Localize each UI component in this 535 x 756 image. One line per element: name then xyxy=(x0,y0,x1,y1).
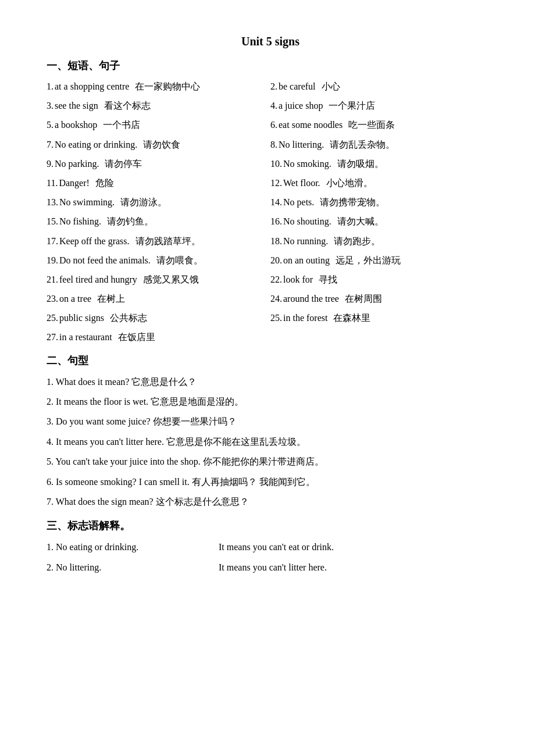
vocab-english: No littering. xyxy=(279,137,324,152)
sign-list: 1.No eating or drinking.It means you can… xyxy=(47,539,494,576)
sentence-chinese: 有人再抽烟吗？ 我能闻到它。 xyxy=(192,477,315,487)
vocab-num: 1. xyxy=(47,79,54,94)
vocab-row: 21. feel tired and hungry 感觉又累又饿22. look… xyxy=(47,272,494,287)
vocab-chinese: 请勿跑步。 xyxy=(334,233,380,249)
sentence-item: 7. What does the sign mean? 这个标志是什么意思？ xyxy=(47,493,494,511)
section1-header: 一、短语、句子 xyxy=(47,59,494,73)
vocab-item-left: 15. No fishing. 请勿钓鱼。 xyxy=(47,213,270,229)
vocab-chinese: 远足，外出游玩 xyxy=(336,252,401,268)
vocab-num: 7. xyxy=(47,137,54,152)
vocab-row: 9. No parking. 请勿停车10. No smoking. 请勿吸烟。 xyxy=(47,156,494,172)
vocab-english: Keep off the grass. xyxy=(59,233,130,249)
vocab-num: 3. xyxy=(47,98,54,113)
vocab-english: No shouting. xyxy=(283,213,331,229)
vocab-chinese: 请勿携带宠物。 xyxy=(320,194,385,210)
vocab-item-right: 18. No running. 请勿跑步。 xyxy=(270,233,494,249)
vocab-english: in the forest xyxy=(283,310,327,326)
sentence-num: 7. xyxy=(47,497,56,507)
sign-num: 2. xyxy=(47,559,54,576)
vocab-item-right: 16. No shouting. 请勿大喊。 xyxy=(270,213,494,229)
vocab-num: 4. xyxy=(270,98,277,113)
vocab-num: 23. xyxy=(47,291,58,306)
vocab-item-right: 24. around the tree 在树周围 xyxy=(270,291,494,306)
vocab-english: No smoking. xyxy=(283,156,331,172)
sentence-num: 1. xyxy=(47,377,56,387)
vocab-num: 20. xyxy=(270,252,282,268)
sentence-list: 1. What does it mean? 它意思是什么？2. It means… xyxy=(47,373,494,511)
vocab-item-left: 1. at a shopping centre 在一家购物中心 xyxy=(47,79,270,94)
vocab-chinese: 在一家购物中心 xyxy=(135,79,200,94)
vocab-english: No parking. xyxy=(55,156,99,172)
sign-english: No eating or drinking. xyxy=(56,539,219,556)
vocab-english: No swimming. xyxy=(59,194,115,210)
sentence-item: 3. Do you want some juice? 你想要一些果汁吗？ xyxy=(47,413,494,430)
vocab-english: No eating or drinking. xyxy=(55,137,137,152)
page-title: Unit 5 signs xyxy=(47,35,494,48)
vocab-num: 12. xyxy=(270,175,282,191)
vocab-chinese: 吃一些面条 xyxy=(348,117,395,133)
sentence-chinese: 这个标志是什么意思？ xyxy=(156,497,249,507)
vocab-num: 13. xyxy=(47,194,58,210)
sentence-chinese: 你想要一些果汁吗？ xyxy=(153,416,237,426)
vocab-chinese: 请勿游泳。 xyxy=(120,194,167,210)
vocab-chinese: 寻找 xyxy=(319,272,337,287)
vocab-english: a bookshop xyxy=(55,117,97,133)
vocab-english: public signs xyxy=(59,310,104,326)
vocab-item-left: 25. public signs 公共标志 xyxy=(47,310,270,326)
vocab-chinese: 小心地滑。 xyxy=(326,175,373,191)
vocab-num: 16. xyxy=(270,213,282,229)
vocab-num: 9. xyxy=(47,156,54,172)
vocab-row: 15. No fishing. 请勿钓鱼。16. No shouting. 请勿… xyxy=(47,213,494,229)
vocab-item-left: 7. No eating or drinking. 请勿饮食 xyxy=(47,137,270,152)
sentence-num: 5. xyxy=(47,457,55,466)
vocab-num: 2. xyxy=(270,79,277,94)
vocab-num: 24. xyxy=(270,291,282,306)
vocab-item-left: 23. on a tree 在树上 xyxy=(47,291,270,306)
vocab-chinese: 危险 xyxy=(95,175,114,191)
vocab-item-left: 13. No swimming. 请勿游泳。 xyxy=(47,194,270,210)
vocab-item-left: 19. Do not feed the animals. 请勿喂食。 xyxy=(47,252,270,268)
vocab-chinese: 在森林里 xyxy=(333,310,370,326)
vocab-item-right: 25. in the forest 在森林里 xyxy=(270,310,494,326)
vocab-item-left: 3. see the sign 看这个标志 xyxy=(47,98,270,113)
sentence-item: 5. You can't take your juice into the sh… xyxy=(47,453,494,470)
vocab-item-left: 5. a bookshop 一个书店 xyxy=(47,117,270,133)
sentence-english: What does it mean? xyxy=(56,377,132,387)
vocab-english: in a restaurant xyxy=(59,329,112,345)
vocab-item-left: 9. No parking. 请勿停车 xyxy=(47,156,270,172)
vocab-num: 8. xyxy=(270,137,277,152)
vocab-row: 7. No eating or drinking. 请勿饮食8. No litt… xyxy=(47,137,494,152)
vocab-english: look for xyxy=(283,272,313,287)
sentence-english: Is someone smoking? I can smell it. xyxy=(56,477,192,487)
vocab-item-right: 10. No smoking. 请勿吸烟。 xyxy=(270,156,494,172)
vocab-item-left: 17. Keep off the grass. 请勿践踏草坪。 xyxy=(47,233,270,249)
vocab-chinese: 一个果汁店 xyxy=(329,98,375,113)
vocab-item-right: 4. a juice shop 一个果汁店 xyxy=(270,98,494,113)
vocab-item-right: 2. be careful 小心 xyxy=(270,79,494,94)
vocab-chinese: 小心 xyxy=(322,79,340,94)
vocab-item-left: 11. Danger! 危险 xyxy=(47,175,270,191)
vocab-item-right: 12. Wet floor. 小心地滑。 xyxy=(270,175,494,191)
vocab-chinese: 请勿喂食。 xyxy=(156,252,203,268)
vocab-english: No pets. xyxy=(283,194,314,210)
vocab-item-left: 27. in a restaurant 在饭店里 xyxy=(47,329,494,345)
vocab-chinese: 请勿钓鱼。 xyxy=(107,213,154,229)
sentence-chinese: 它意思是什么？ xyxy=(131,377,197,387)
vocab-grid: 1. at a shopping centre 在一家购物中心2. be car… xyxy=(47,79,494,345)
vocab-num: 11. xyxy=(47,175,58,191)
sentence-chinese: 它意思是你不能在这里乱丢垃圾。 xyxy=(166,437,306,447)
vocab-chinese: 公共标志 xyxy=(110,310,147,326)
sentence-english: You can't take your juice into the shop. xyxy=(55,457,202,466)
vocab-row: 11. Danger! 危险12. Wet floor. 小心地滑。 xyxy=(47,175,494,191)
sentence-item: 4. It means you can't litter here. 它意思是你… xyxy=(47,433,494,451)
vocab-num: 25. xyxy=(270,310,282,326)
vocab-chinese: 在饭店里 xyxy=(118,329,155,345)
sentence-english: What does the sign mean? xyxy=(56,497,156,507)
vocab-num: 27. xyxy=(47,329,58,345)
vocab-chinese: 在树上 xyxy=(97,291,125,306)
sign-english: No littering. xyxy=(56,559,219,576)
vocab-item-right: 6. eat some noodles 吃一些面条 xyxy=(270,117,494,133)
vocab-item-left: 21. feel tired and hungry 感觉又累又饿 xyxy=(47,272,270,287)
vocab-row: 27. in a restaurant 在饭店里 xyxy=(47,329,494,345)
vocab-english: feel tired and hungry xyxy=(59,272,137,287)
